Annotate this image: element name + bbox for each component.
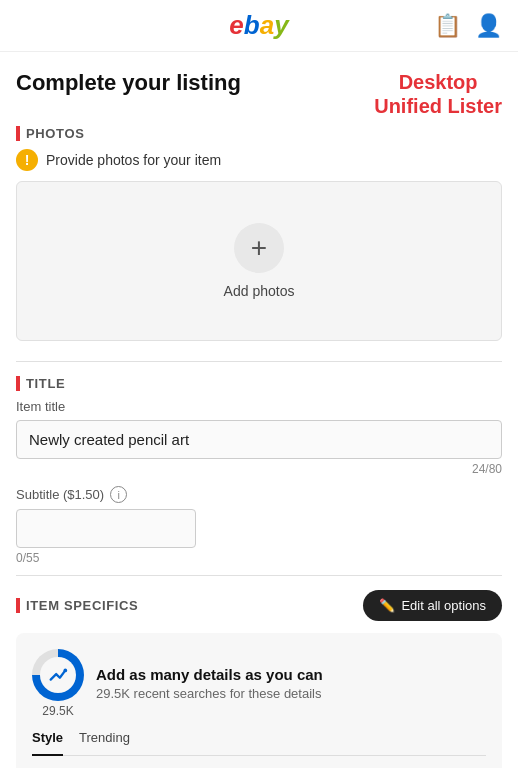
edit-all-label: Edit all options xyxy=(401,598,486,613)
photos-warning-row: ! Provide photos for your item xyxy=(16,149,502,171)
svg-point-0 xyxy=(64,669,68,673)
desktop-unified-label: Desktop Unified Lister xyxy=(374,70,502,118)
logo-e: e xyxy=(229,10,243,41)
user-icon[interactable]: 👤 xyxy=(475,13,502,39)
specifics-top: 29.5K Add as many details as you can 29.… xyxy=(32,649,486,718)
trend-count: 29.5K xyxy=(42,704,73,718)
photos-warning-text: Provide photos for your item xyxy=(46,152,221,168)
title-char-count: 24/80 xyxy=(16,462,502,476)
section-divider-1 xyxy=(16,361,502,362)
specifics-text-col: Add as many details as you can 29.5K rec… xyxy=(96,666,486,701)
subtitle-label-row: Subtitle ($1.50) i xyxy=(16,486,502,503)
logo-a: a xyxy=(260,10,274,41)
subtitle-input[interactable] xyxy=(16,509,196,548)
warning-icon: ! xyxy=(16,149,38,171)
subtitle-char-count: 0/55 xyxy=(16,551,502,565)
item-title-input[interactable] xyxy=(16,420,502,459)
subtitle-info-icon[interactable]: i xyxy=(110,486,127,503)
specifics-tabs: Style Trending xyxy=(32,730,486,756)
add-photo-circle: + xyxy=(234,223,284,273)
item-title-label: Item title xyxy=(16,399,502,414)
photos-section-label: PHOTOS xyxy=(16,126,502,141)
section-divider-2 xyxy=(16,575,502,576)
ebay-logo: e b a y xyxy=(229,10,288,41)
photo-upload-area[interactable]: + Add photos xyxy=(16,181,502,341)
page-title: Complete your listing xyxy=(16,70,241,96)
header-icons: 📋 👤 xyxy=(434,13,502,39)
title-section-label: TITLE xyxy=(16,376,502,391)
logo-y: y xyxy=(274,10,288,41)
subtitle-label: Subtitle ($1.50) xyxy=(16,487,104,502)
specifics-card: 29.5K Add as many details as you can 29.… xyxy=(16,633,502,768)
tab-trending[interactable]: Trending xyxy=(79,730,130,749)
trend-search-icon xyxy=(47,664,69,686)
trend-circle-container: 29.5K xyxy=(32,649,84,718)
trend-circle xyxy=(32,649,84,701)
header: e b a y 📋 👤 xyxy=(0,0,518,52)
add-photos-label: Add photos xyxy=(224,283,295,299)
clipboard-icon[interactable]: 📋 xyxy=(434,13,461,39)
edit-all-options-button[interactable]: ✏️ Edit all options xyxy=(363,590,502,621)
pencil-icon: ✏️ xyxy=(379,598,395,613)
trend-circle-inner xyxy=(40,657,76,693)
tab-style[interactable]: Style xyxy=(32,730,63,756)
logo-b: b xyxy=(244,10,260,41)
specifics-subtext: 29.5K recent searches for these details xyxy=(96,686,486,701)
item-specifics-label: ITEM SPECIFICS xyxy=(16,598,138,613)
specifics-heading: Add as many details as you can xyxy=(96,666,486,683)
item-specifics-header: ITEM SPECIFICS ✏️ Edit all options xyxy=(16,590,502,621)
page-header-row: Complete your listing Desktop Unified Li… xyxy=(16,52,502,126)
main-content: Complete your listing Desktop Unified Li… xyxy=(0,52,518,768)
